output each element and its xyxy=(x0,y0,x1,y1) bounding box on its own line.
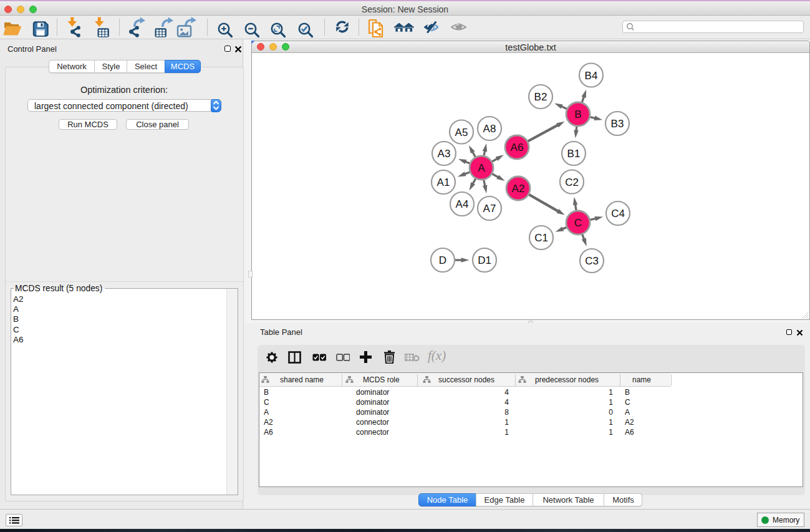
svg-text:D: D xyxy=(439,254,446,266)
svg-text:A5: A5 xyxy=(455,127,468,138)
svg-text:A8: A8 xyxy=(483,123,496,135)
svg-text:C3: C3 xyxy=(585,255,599,267)
svg-text:B1: B1 xyxy=(567,148,581,160)
svg-text:A6: A6 xyxy=(511,142,524,153)
svg-text:A7: A7 xyxy=(483,203,496,215)
svg-text:B4: B4 xyxy=(585,70,598,82)
svg-text:A: A xyxy=(478,162,485,174)
svg-text:C: C xyxy=(574,217,582,229)
svg-text:D1: D1 xyxy=(478,254,491,266)
svg-text:B2: B2 xyxy=(534,91,547,103)
svg-text:A4: A4 xyxy=(456,198,469,210)
svg-text:A1: A1 xyxy=(437,177,450,188)
svg-text:A2: A2 xyxy=(512,183,525,195)
svg-text:A3: A3 xyxy=(438,148,451,160)
svg-text:C4: C4 xyxy=(611,208,625,220)
svg-text:C1: C1 xyxy=(534,232,548,244)
svg-text:B3: B3 xyxy=(611,118,624,130)
svg-text:B: B xyxy=(574,109,581,120)
svg-text:C2: C2 xyxy=(565,177,579,188)
